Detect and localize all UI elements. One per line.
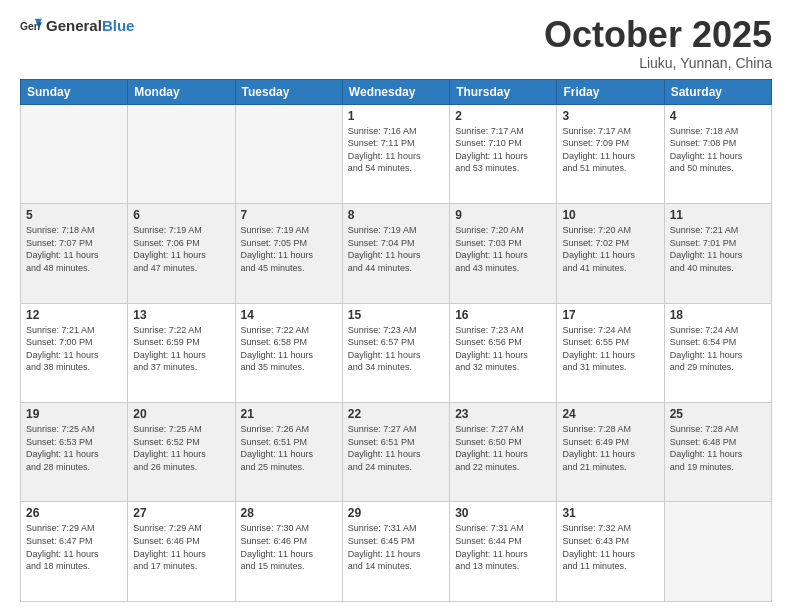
- day-number: 21: [241, 407, 337, 421]
- table-row: [21, 104, 128, 203]
- table-row: 1Sunrise: 7:16 AM Sunset: 7:11 PM Daylig…: [342, 104, 449, 203]
- calendar-week-row: 1Sunrise: 7:16 AM Sunset: 7:11 PM Daylig…: [21, 104, 772, 203]
- day-info: Sunrise: 7:17 AM Sunset: 7:09 PM Dayligh…: [562, 125, 658, 175]
- day-info: Sunrise: 7:23 AM Sunset: 6:57 PM Dayligh…: [348, 324, 444, 374]
- col-monday: Monday: [128, 79, 235, 104]
- day-number: 11: [670, 208, 766, 222]
- table-row: 27Sunrise: 7:29 AM Sunset: 6:46 PM Dayli…: [128, 502, 235, 602]
- table-row: 11Sunrise: 7:21 AM Sunset: 7:01 PM Dayli…: [664, 204, 771, 303]
- table-row: 16Sunrise: 7:23 AM Sunset: 6:56 PM Dayli…: [450, 303, 557, 402]
- day-number: 14: [241, 308, 337, 322]
- day-info: Sunrise: 7:28 AM Sunset: 6:49 PM Dayligh…: [562, 423, 658, 473]
- day-number: 10: [562, 208, 658, 222]
- day-info: Sunrise: 7:24 AM Sunset: 6:54 PM Dayligh…: [670, 324, 766, 374]
- table-row: 5Sunrise: 7:18 AM Sunset: 7:07 PM Daylig…: [21, 204, 128, 303]
- table-row: 14Sunrise: 7:22 AM Sunset: 6:58 PM Dayli…: [235, 303, 342, 402]
- day-info: Sunrise: 7:31 AM Sunset: 6:45 PM Dayligh…: [348, 522, 444, 572]
- day-number: 2: [455, 109, 551, 123]
- day-info: Sunrise: 7:18 AM Sunset: 7:08 PM Dayligh…: [670, 125, 766, 175]
- day-number: 7: [241, 208, 337, 222]
- table-row: 7Sunrise: 7:19 AM Sunset: 7:05 PM Daylig…: [235, 204, 342, 303]
- table-row: 22Sunrise: 7:27 AM Sunset: 6:51 PM Dayli…: [342, 403, 449, 502]
- table-row: 28Sunrise: 7:30 AM Sunset: 6:46 PM Dayli…: [235, 502, 342, 602]
- day-number: 30: [455, 506, 551, 520]
- day-number: 17: [562, 308, 658, 322]
- day-info: Sunrise: 7:29 AM Sunset: 6:46 PM Dayligh…: [133, 522, 229, 572]
- day-number: 29: [348, 506, 444, 520]
- day-number: 24: [562, 407, 658, 421]
- generalblue-logo-icon: Gen: [20, 15, 42, 37]
- table-row: [664, 502, 771, 602]
- calendar-table: Sunday Monday Tuesday Wednesday Thursday…: [20, 79, 772, 602]
- day-number: 23: [455, 407, 551, 421]
- calendar-week-row: 12Sunrise: 7:21 AM Sunset: 7:00 PM Dayli…: [21, 303, 772, 402]
- table-row: 29Sunrise: 7:31 AM Sunset: 6:45 PM Dayli…: [342, 502, 449, 602]
- table-row: 25Sunrise: 7:28 AM Sunset: 6:48 PM Dayli…: [664, 403, 771, 502]
- table-row: 19Sunrise: 7:25 AM Sunset: 6:53 PM Dayli…: [21, 403, 128, 502]
- table-row: [235, 104, 342, 203]
- col-tuesday: Tuesday: [235, 79, 342, 104]
- table-row: 20Sunrise: 7:25 AM Sunset: 6:52 PM Dayli…: [128, 403, 235, 502]
- day-info: Sunrise: 7:22 AM Sunset: 6:59 PM Dayligh…: [133, 324, 229, 374]
- day-number: 4: [670, 109, 766, 123]
- day-info: Sunrise: 7:19 AM Sunset: 7:06 PM Dayligh…: [133, 224, 229, 274]
- day-info: Sunrise: 7:22 AM Sunset: 6:58 PM Dayligh…: [241, 324, 337, 374]
- table-row: 10Sunrise: 7:20 AM Sunset: 7:02 PM Dayli…: [557, 204, 664, 303]
- header: Gen GeneralBlue October 2025 Liuku, Yunn…: [20, 15, 772, 71]
- col-wednesday: Wednesday: [342, 79, 449, 104]
- logo-general-text: General: [46, 17, 102, 34]
- day-info: Sunrise: 7:21 AM Sunset: 7:00 PM Dayligh…: [26, 324, 122, 374]
- table-row: 23Sunrise: 7:27 AM Sunset: 6:50 PM Dayli…: [450, 403, 557, 502]
- title-section: October 2025 Liuku, Yunnan, China: [544, 15, 772, 71]
- day-number: 20: [133, 407, 229, 421]
- day-number: 1: [348, 109, 444, 123]
- day-number: 31: [562, 506, 658, 520]
- page: Gen GeneralBlue October 2025 Liuku, Yunn…: [0, 0, 792, 612]
- day-info: Sunrise: 7:25 AM Sunset: 6:53 PM Dayligh…: [26, 423, 122, 473]
- day-info: Sunrise: 7:20 AM Sunset: 7:03 PM Dayligh…: [455, 224, 551, 274]
- table-row: 3Sunrise: 7:17 AM Sunset: 7:09 PM Daylig…: [557, 104, 664, 203]
- day-number: 18: [670, 308, 766, 322]
- col-sunday: Sunday: [21, 79, 128, 104]
- day-info: Sunrise: 7:24 AM Sunset: 6:55 PM Dayligh…: [562, 324, 658, 374]
- day-info: Sunrise: 7:23 AM Sunset: 6:56 PM Dayligh…: [455, 324, 551, 374]
- day-info: Sunrise: 7:32 AM Sunset: 6:43 PM Dayligh…: [562, 522, 658, 572]
- day-info: Sunrise: 7:19 AM Sunset: 7:04 PM Dayligh…: [348, 224, 444, 274]
- day-number: 27: [133, 506, 229, 520]
- table-row: 31Sunrise: 7:32 AM Sunset: 6:43 PM Dayli…: [557, 502, 664, 602]
- day-number: 16: [455, 308, 551, 322]
- day-info: Sunrise: 7:27 AM Sunset: 6:51 PM Dayligh…: [348, 423, 444, 473]
- day-info: Sunrise: 7:29 AM Sunset: 6:47 PM Dayligh…: [26, 522, 122, 572]
- logo-blue-text: Blue: [102, 17, 135, 34]
- day-number: 28: [241, 506, 337, 520]
- table-row: 13Sunrise: 7:22 AM Sunset: 6:59 PM Dayli…: [128, 303, 235, 402]
- day-info: Sunrise: 7:18 AM Sunset: 7:07 PM Dayligh…: [26, 224, 122, 274]
- calendar-week-row: 5Sunrise: 7:18 AM Sunset: 7:07 PM Daylig…: [21, 204, 772, 303]
- day-info: Sunrise: 7:28 AM Sunset: 6:48 PM Dayligh…: [670, 423, 766, 473]
- table-row: 9Sunrise: 7:20 AM Sunset: 7:03 PM Daylig…: [450, 204, 557, 303]
- table-row: 8Sunrise: 7:19 AM Sunset: 7:04 PM Daylig…: [342, 204, 449, 303]
- location: Liuku, Yunnan, China: [544, 55, 772, 71]
- logo: Gen GeneralBlue: [20, 15, 134, 37]
- table-row: 24Sunrise: 7:28 AM Sunset: 6:49 PM Dayli…: [557, 403, 664, 502]
- day-info: Sunrise: 7:27 AM Sunset: 6:50 PM Dayligh…: [455, 423, 551, 473]
- day-number: 6: [133, 208, 229, 222]
- col-thursday: Thursday: [450, 79, 557, 104]
- day-number: 5: [26, 208, 122, 222]
- day-info: Sunrise: 7:31 AM Sunset: 6:44 PM Dayligh…: [455, 522, 551, 572]
- day-number: 8: [348, 208, 444, 222]
- day-number: 3: [562, 109, 658, 123]
- day-number: 12: [26, 308, 122, 322]
- day-info: Sunrise: 7:19 AM Sunset: 7:05 PM Dayligh…: [241, 224, 337, 274]
- day-info: Sunrise: 7:17 AM Sunset: 7:10 PM Dayligh…: [455, 125, 551, 175]
- table-row: 17Sunrise: 7:24 AM Sunset: 6:55 PM Dayli…: [557, 303, 664, 402]
- day-number: 13: [133, 308, 229, 322]
- table-row: 21Sunrise: 7:26 AM Sunset: 6:51 PM Dayli…: [235, 403, 342, 502]
- table-row: 6Sunrise: 7:19 AM Sunset: 7:06 PM Daylig…: [128, 204, 235, 303]
- col-saturday: Saturday: [664, 79, 771, 104]
- table-row: 4Sunrise: 7:18 AM Sunset: 7:08 PM Daylig…: [664, 104, 771, 203]
- table-row: [128, 104, 235, 203]
- day-info: Sunrise: 7:20 AM Sunset: 7:02 PM Dayligh…: [562, 224, 658, 274]
- month-title: October 2025: [544, 15, 772, 55]
- table-row: 26Sunrise: 7:29 AM Sunset: 6:47 PM Dayli…: [21, 502, 128, 602]
